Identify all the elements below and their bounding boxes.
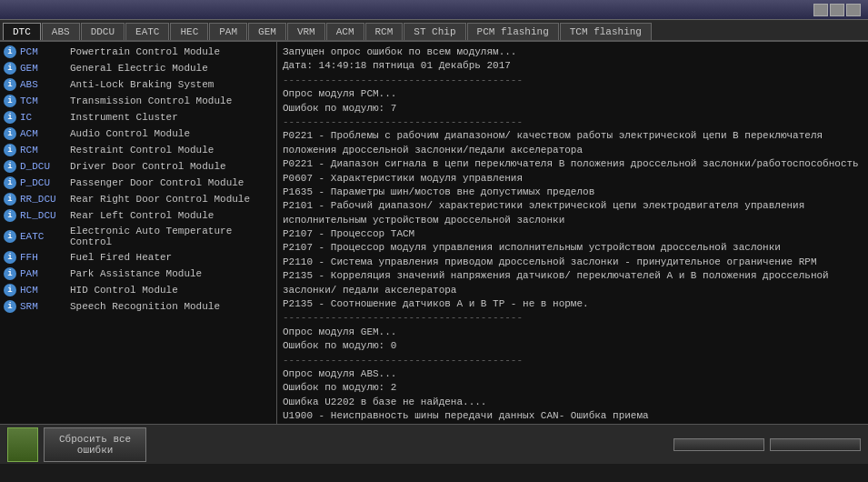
tab-rcm[interactable]: RCM <box>365 23 404 40</box>
log-line: P2110 - Система управления приводом дрос… <box>283 256 863 269</box>
read-all-button[interactable] <box>7 427 38 462</box>
module-item-rr_dcu[interactable]: iRR_DCURear Right Door Control Module <box>0 191 276 207</box>
info-icon: i <box>4 230 16 243</box>
module-code: IC <box>20 112 70 123</box>
module-code: RL_DCU <box>20 210 70 221</box>
log-line: ---------------------------------------- <box>283 311 863 325</box>
module-item-eatc[interactable]: iEATCElectronic Auto Temperature Control <box>0 224 276 249</box>
info-icon: i <box>4 45 16 58</box>
tab-dtc[interactable]: DTC <box>3 23 41 40</box>
module-code: TCM <box>20 95 70 106</box>
module-code: PCM <box>20 46 70 57</box>
info-icon: i <box>4 300 16 313</box>
log-line: Ошибок по модулю: 2 <box>283 381 863 395</box>
info-icon: i <box>4 176 16 189</box>
module-code: RR_DCU <box>20 194 70 205</box>
tab-stchip[interactable]: ST Chip <box>404 23 465 40</box>
module-item-pcm[interactable]: iPCMPowertrain Control Module <box>0 44 276 60</box>
log-line: Опрос модуля ABS... <box>283 367 863 381</box>
tab-vrm[interactable]: VRM <box>287 23 325 40</box>
log-line: P2135 - Соотношение датчиков А и В TP - … <box>283 297 863 311</box>
log-panel[interactable]: Запущен опрос ошибок по всем модулям...Д… <box>277 42 868 424</box>
log-line: P0221 - Проблемы с рабочим диапазоном/ к… <box>283 129 863 157</box>
module-item-gem[interactable]: iGEMGeneral Electric Module <box>0 60 276 76</box>
log-line: P2107 - Процессор ТАСМ <box>283 227 863 241</box>
module-item-p_dcu[interactable]: iP_DCUPassenger Door Control Module <box>0 175 276 191</box>
module-item-ffh[interactable]: iFFHFuel Fired Heater <box>0 249 276 266</box>
log-line: Опрос модуля PCM... <box>283 87 863 101</box>
info-icon: i <box>4 284 16 296</box>
info-icon: i <box>4 127 16 140</box>
tab-acm[interactable]: ACM <box>326 23 364 40</box>
minimize-button[interactable] <box>813 4 828 16</box>
module-code: D_DCU <box>20 161 70 172</box>
module-code: PAM <box>20 268 70 279</box>
module-list: iPCMPowertrain Control ModuleiGEMGeneral… <box>0 42 277 424</box>
tab-tcmflashing[interactable]: TCM flashing <box>560 23 652 40</box>
module-name: General Electric Module <box>70 63 208 74</box>
log-line: Дата: 14:49:18 пятница 01 Декабрь 2017 <box>283 59 863 73</box>
log-line: U1900 - Неисправность шины передачи данн… <box>283 409 863 423</box>
tab-eatc[interactable]: EATC <box>125 23 169 40</box>
module-item-d_dcu[interactable]: iD_DCUDriver Door Control Module <box>0 158 276 175</box>
info-icon: i <box>4 78 16 91</box>
module-code: SRM <box>20 301 70 312</box>
log-line: Опрос модуля GEM... <box>283 326 863 339</box>
module-name: Instrument Cluster <box>70 112 178 123</box>
module-name: Powertrain Control Module <box>70 46 220 57</box>
info-icon: i <box>4 193 16 206</box>
log-line: P2135 - Корреляция значений напряжения д… <box>283 269 863 297</box>
module-item-rl_dcu[interactable]: iRL_DCURear Left Control Module <box>0 207 276 224</box>
module-name: Fuel Fired Heater <box>70 252 172 263</box>
module-code: FFH <box>20 252 70 263</box>
print-button[interactable] <box>673 438 764 451</box>
log-line: P2101 - Рабочий диапазон/ характеристики… <box>283 199 863 227</box>
log-line: P0221 - Диапазон сигнала в цепи переключ… <box>283 157 863 171</box>
module-name: Driver Door Control Module <box>70 161 226 172</box>
log-line: ---------------------------------------- <box>283 115 863 129</box>
log-line: Запущен опрос ошибок по всем модулям... <box>283 45 863 59</box>
module-name: HID Control Module <box>70 285 178 296</box>
tab-pam[interactable]: PAM <box>209 23 247 40</box>
log-line: Ошибка U2202 в базе не найдена.... <box>283 396 863 409</box>
module-code: RCM <box>20 145 70 156</box>
module-name: Rear Right Door Control Module <box>70 194 250 205</box>
module-item-acm[interactable]: iACMAudio Control Module <box>0 126 276 142</box>
tab-hec[interactable]: HEC <box>170 23 208 40</box>
info-icon: i <box>4 62 16 75</box>
tab-pcmflashing[interactable]: PCM flashing <box>467 23 559 40</box>
log-line: ---------------------------------------- <box>283 74 863 87</box>
tab-ddcu[interactable]: DDCU <box>81 23 125 40</box>
footer-right <box>673 438 861 451</box>
module-name: Anti-Lock Braking System <box>70 79 214 90</box>
module-item-rcm[interactable]: iRCMRestraint Control Module <box>0 142 276 158</box>
log-line: ---------------------------------------- <box>283 354 863 367</box>
footer-left: Сбросить всеошибки <box>7 427 146 462</box>
module-item-ic[interactable]: iICInstrument Cluster <box>0 109 276 126</box>
maximize-button[interactable] <box>830 4 844 16</box>
tab-gem[interactable]: GEM <box>248 23 286 40</box>
module-name: Rear Left Control Module <box>70 210 214 221</box>
module-item-srm[interactable]: iSRMSpeech Recognition Module <box>0 298 276 315</box>
module-code: HCM <box>20 285 70 296</box>
module-name: Speech Recognition Module <box>70 301 220 312</box>
module-name: Park Assistance Module <box>70 268 202 279</box>
module-name: Audio Control Module <box>70 128 190 139</box>
info-icon: i <box>4 111 16 124</box>
log-line: P1635 - Параметры шин/мостов вне допусти… <box>283 186 863 199</box>
log-line: P0607 - Характеристики модуля управления <box>283 172 863 186</box>
tab-abs[interactable]: ABS <box>42 23 80 40</box>
save-button[interactable] <box>770 438 861 451</box>
log-line: Ошибок по модулю: 7 <box>283 102 863 115</box>
module-code: P_DCU <box>20 177 70 188</box>
log-line: P2107 - Процессор модуля управления испо… <box>283 241 863 255</box>
module-item-hcm[interactable]: iHCMHID Control Module <box>0 282 276 298</box>
module-item-abs[interactable]: iABSAnti-Lock Braking System <box>0 76 276 93</box>
module-name: Electronic Auto Temperature Control <box>70 226 273 247</box>
title-bar <box>0 0 868 20</box>
module-name: Passenger Door Control Module <box>70 177 244 188</box>
reset-errors-button[interactable]: Сбросить всеошибки <box>44 427 146 462</box>
module-item-tcm[interactable]: iTCMTransmission Control Module <box>0 93 276 109</box>
close-button[interactable] <box>846 4 861 16</box>
module-item-pam[interactable]: iPAMPark Assistance Module <box>0 266 276 282</box>
